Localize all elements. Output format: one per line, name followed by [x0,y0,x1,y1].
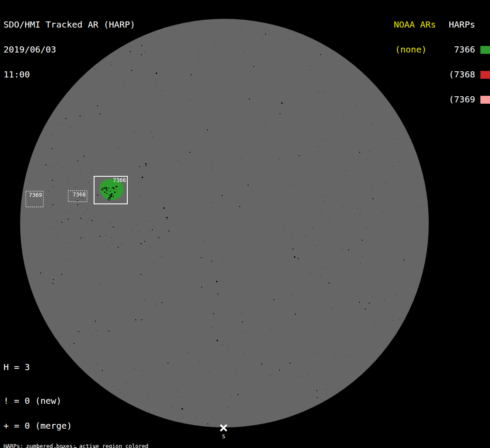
speckle [109,200,110,200]
speckle [107,198,108,198]
speckle [305,236,305,237]
speckle [139,182,139,182]
speckle [403,259,404,260]
speckle [242,158,242,159]
speckle [77,161,78,161]
speckle [113,187,114,189]
speckle [114,189,115,189]
harp-number: (7369 [449,95,475,104]
speckle [142,177,143,178]
speckle [54,185,55,186]
noaa-ars-value: (none) [394,46,436,54]
speckle [97,364,97,365]
speckle [66,260,66,261]
speckle [130,381,131,381]
speckle [54,192,54,192]
speckle [290,363,290,364]
speckle [273,299,274,300]
speckle [336,354,336,354]
speckle [52,204,53,205]
footer-line-harps: HARPs: numbered boxes; active region col… [4,444,195,448]
speckle [108,246,109,246]
speckle [357,208,358,209]
speckle [52,283,53,284]
speckle [96,330,97,331]
speckle [108,197,110,199]
speckle [154,263,154,263]
speckle [145,163,147,164]
speckle [52,188,53,188]
harp-box-label: 7368 [73,191,86,198]
speckle [67,179,67,179]
speckle [178,397,178,398]
speckle [113,196,114,197]
speckle [120,393,120,393]
speckle [373,198,374,199]
speckle [161,256,162,257]
speckle [178,161,178,161]
speckle [242,313,242,313]
noaa-ars-label: NOAA ARs [394,21,436,29]
speckle [230,56,230,56]
speckle [118,147,119,148]
speckle [187,352,188,353]
speckle [295,314,296,315]
speckle [419,207,419,207]
speckle [66,118,66,119]
speckle [237,374,237,374]
speckle [141,45,142,46]
speckle [161,302,162,303]
speckle [163,207,164,209]
speckle [111,238,112,238]
speckle [322,195,322,196]
speckle [76,187,76,188]
speckle [104,189,104,189]
speckle [118,247,119,248]
speckle [93,117,93,117]
speckle [108,200,109,200]
speckle [150,168,150,168]
harp-number: (7368 [449,70,475,79]
speckle [135,368,135,369]
speckle [214,45,214,45]
speckle [177,390,178,391]
speckle [262,38,263,39]
speckle [293,185,294,186]
speckle [244,51,244,52]
speckle [92,169,92,170]
noaa-block: NOAA ARs (none) [394,4,436,70]
speckle [114,202,115,202]
speckle [111,194,112,195]
speckle [294,256,295,258]
speckle [301,376,302,377]
speckle [393,320,393,321]
speckle [150,246,150,247]
harp-count-label: H = 3 [4,363,30,371]
speckle [135,319,136,320]
speckle [102,188,103,189]
speckle [279,159,280,159]
speckle [322,139,322,140]
speckle [52,148,52,149]
speckle [34,173,34,173]
speckle [342,249,343,249]
speckle [325,92,325,92]
header-block: SDO/HMI Tracked AR (HARP) 2019/06/03 11:… [4,4,135,95]
speckle [168,363,168,364]
speckle [137,224,137,224]
speckle [394,138,395,139]
speckle [231,396,232,397]
speckle [102,189,102,190]
speckle [291,235,292,235]
speckle [84,156,84,157]
speckle [374,326,374,326]
speckle [144,241,145,242]
speckle [100,236,101,237]
speckle [106,175,107,175]
speckle [94,217,95,217]
speckle [281,102,283,104]
speckle [371,186,371,186]
speckle [211,261,212,262]
speckle [283,227,284,228]
app-title: SDO/HMI Tracked AR (HARP) [4,21,135,29]
